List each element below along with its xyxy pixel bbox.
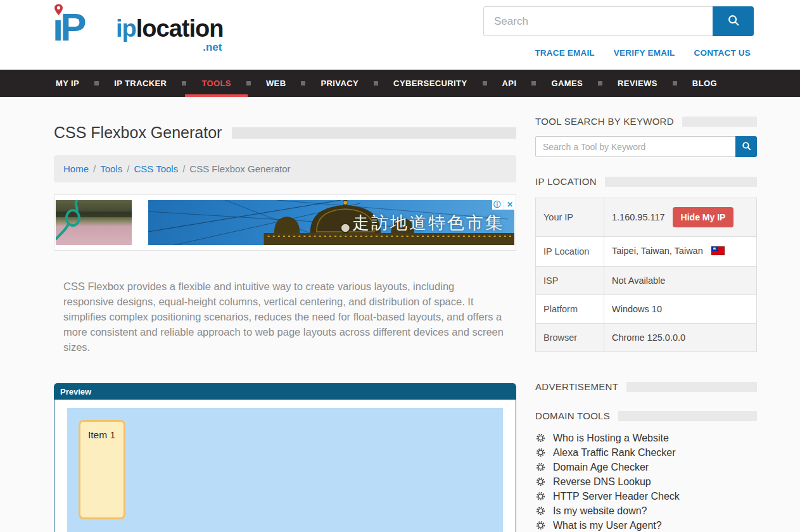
platform-value: Windows 10 — [604, 295, 757, 324]
content-column: CSS Flexbox Generator Home/Tools/CSS Too… — [54, 116, 516, 532]
trace-email-link[interactable]: TRACE EMAIL — [535, 48, 594, 58]
domain-tool-link[interactable]: What is my User Agent? — [553, 520, 662, 531]
flexbox-preview-item: Item 1 — [79, 420, 125, 519]
ad-close-icon[interactable]: ✕ — [504, 200, 513, 210]
page-title: CSS Flexbox Generator — [54, 124, 222, 142]
list-item: Reverse DNS Lookup — [535, 474, 757, 489]
logo-word-location: location — [136, 15, 224, 42]
adchoices-info-icon[interactable]: ⓘ — [493, 200, 501, 210]
header-utility-links: TRACE EMAIL VERIFY EMAIL CONTACT US — [535, 48, 751, 58]
logo-tld: .net — [203, 41, 222, 54]
list-item: Domain Age Checker — [535, 460, 757, 474]
main-nav: MY IP IP TRACKER TOOLS WEB PRIVACY CYBER… — [0, 70, 800, 97]
main-content: CSS Flexbox Generator Home/Tools/CSS Too… — [0, 97, 800, 532]
nav-separator — [531, 81, 536, 86]
nav-separator — [673, 81, 677, 86]
verify-email-link[interactable]: VERIFY EMAIL — [614, 48, 675, 58]
list-item: Who is Hosting a Website — [535, 431, 757, 445]
list-item: What is my User Agent? — [535, 518, 757, 532]
preview-card-body: Item 1 — [54, 400, 516, 532]
ad-thumbnail-image[interactable] — [56, 200, 132, 245]
tool-search-input[interactable] — [535, 136, 735, 157]
gear-icon — [535, 505, 546, 516]
nav-item-web[interactable]: WEB — [265, 70, 288, 97]
nav-item-api[interactable]: API — [501, 70, 518, 97]
domain-tool-link[interactable]: Is my website down? — [553, 505, 647, 517]
domain-tools-heading-row: DOMAIN TOOLS — [535, 410, 757, 421]
nav-separator — [483, 81, 487, 86]
gear-icon — [535, 462, 546, 472]
table-row: Platform Windows 10 — [536, 295, 757, 324]
breadcrumb-css-tools[interactable]: CSS Tools — [134, 163, 178, 174]
domain-tool-link[interactable]: Reverse DNS Lookup — [553, 476, 651, 488]
nav-item-my-ip[interactable]: MY IP — [54, 70, 80, 97]
nav-item-ip-tracker[interactable]: IP TRACKER — [113, 70, 168, 97]
gear-icon — [535, 491, 546, 502]
header-search — [483, 6, 754, 36]
page-title-row: CSS Flexbox Generator — [54, 124, 516, 142]
domain-tool-link[interactable]: Who is Hosting a Website — [553, 433, 669, 444]
nav-item-blog[interactable]: BLOG — [691, 70, 718, 97]
header-search-button[interactable] — [713, 6, 754, 36]
table-row: Browser Chrome 125.0.0.0 — [536, 324, 757, 352]
title-decoration-bar — [232, 127, 516, 139]
nav-separator — [301, 81, 305, 86]
list-item: Alexa Traffic Rank Checker — [535, 445, 757, 460]
gear-icon — [535, 520, 546, 531]
breadcrumb-current: CSS Flexbox Generator — [189, 163, 290, 174]
gear-icon — [535, 433, 546, 443]
domain-tools-heading: DOMAIN TOOLS — [535, 410, 610, 421]
tool-search-heading: TOOL SEARCH BY KEYWORD — [535, 116, 674, 127]
preview-card: Preview Item 1 — [54, 383, 516, 532]
domain-tools-list: Who is Hosting a Website Alexa Traffic R… — [535, 431, 757, 532]
ad-banner[interactable]: 走訪地道特色市集 ⓘ ✕ — [54, 194, 516, 251]
list-item: Is my website down? — [535, 504, 757, 518]
breadcrumb-separator: / — [93, 163, 96, 174]
row-label: ISP — [536, 267, 604, 295]
breadcrumb-tools[interactable]: Tools — [100, 163, 122, 174]
search-icon — [727, 13, 740, 29]
domain-tool-link[interactable]: Alexa Traffic Rank Checker — [553, 447, 676, 459]
gear-icon — [535, 447, 546, 458]
domain-tool-link[interactable]: Domain Age Checker — [553, 462, 649, 473]
breadcrumb-separator: / — [182, 163, 185, 174]
heading-decoration-bar — [618, 411, 757, 421]
nav-item-games[interactable]: GAMES — [550, 70, 584, 97]
nav-item-tools[interactable]: TOOLS — [200, 70, 232, 97]
domain-tool-link[interactable]: HTTP Server Header Check — [553, 491, 680, 502]
gear-icon — [535, 476, 546, 487]
table-row: IP Location Taipei, Taiwan, Taiwan — [536, 237, 757, 267]
row-label: Your IP — [536, 198, 604, 237]
heading-decoration-bar — [605, 177, 757, 187]
nav-item-reviews[interactable]: REVIEWS — [616, 70, 659, 97]
logo-wordmark: iplocation .net — [116, 15, 223, 42]
site-header: ıP iplocation .net TRACE EMAIL VERIFY E — [0, 0, 800, 70]
advertisement-heading-row: ADVERTISEMENT — [535, 381, 757, 392]
preview-card-header: Preview — [54, 384, 516, 400]
header-search-input[interactable] — [483, 6, 713, 36]
row-label: Platform — [536, 295, 604, 324]
heading-decoration-bar — [682, 117, 757, 127]
ad-main-image[interactable]: 走訪地道特色市集 ⓘ ✕ — [148, 200, 514, 245]
search-icon — [741, 141, 752, 153]
nav-item-cybersecurity[interactable]: CYBERSECURITY — [392, 70, 468, 97]
list-item: HTTP Server Header Check — [535, 489, 757, 504]
nav-item-privacy[interactable]: PRIVACY — [319, 70, 360, 97]
logo-word-ip: ip — [116, 15, 136, 42]
browser-value: Chrome 125.0.0.0 — [604, 324, 757, 352]
nav-separator — [182, 81, 186, 86]
site-logo[interactable]: ıP iplocation .net — [48, 3, 223, 51]
row-label: IP Location — [536, 237, 604, 267]
taiwan-flag-icon — [711, 247, 725, 257]
row-label: Browser — [536, 324, 604, 352]
breadcrumb: Home/Tools/CSS Tools/CSS Flexbox Generat… — [54, 155, 516, 182]
contact-us-link[interactable]: CONTACT US — [694, 48, 751, 58]
breadcrumb-home[interactable]: Home — [63, 163, 89, 174]
breadcrumb-separator: / — [127, 163, 129, 174]
tool-search — [535, 136, 757, 157]
hide-my-ip-button[interactable]: Hide My IP — [673, 207, 734, 227]
ad-controls: ⓘ ✕ — [492, 200, 514, 210]
ip-location-table: Your IP 1.160.95.117 Hide My IP IP Locat… — [535, 198, 757, 352]
tool-search-button[interactable] — [735, 136, 757, 157]
your-ip-value: 1.160.95.117 — [612, 212, 665, 222]
